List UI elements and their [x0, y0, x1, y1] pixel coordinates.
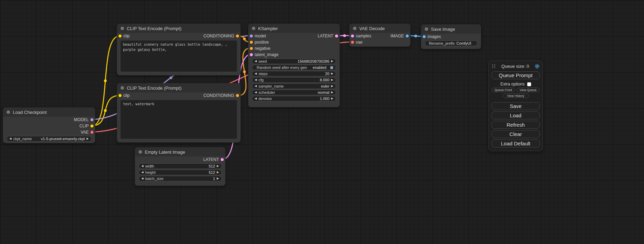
node-title: CLIP Text Encode (Prompt) — [127, 85, 182, 91]
link-midpoint-dot — [170, 76, 173, 79]
node-title-bar[interactable]: Load Checkpoint — [3, 108, 95, 117]
decrement-arrow-icon[interactable]: ◀ — [255, 72, 257, 75]
collapse-dot-icon[interactable] — [252, 27, 255, 30]
output-label-model: MODEL — [74, 117, 89, 122]
widget-name: seed — [258, 59, 267, 63]
widget-steps[interactable]: ◀ steps 20 ▶ — [252, 71, 336, 76]
increment-arrow-icon[interactable]: ▶ — [331, 79, 333, 81]
node-empty-latent-image[interactable]: Empty Latent Image LATENT ◀ width 512 ▶ … — [135, 147, 226, 186]
queue-prompt-button[interactable]: Queue Prompt — [492, 71, 540, 79]
node-ksampler[interactable]: KSampler model LATENT positive negative … — [248, 24, 340, 107]
increment-arrow-icon[interactable]: ▶ — [331, 85, 333, 88]
input-port-vae[interactable] — [351, 41, 354, 44]
decrement-arrow-icon[interactable]: ◀ — [141, 171, 143, 174]
decrement-arrow-icon[interactable]: ◀ — [141, 177, 143, 180]
collapse-dot-icon[interactable] — [139, 150, 142, 154]
input-port-clip[interactable] — [118, 35, 122, 38]
output-port-latent[interactable] — [335, 35, 338, 38]
toggle-dot-icon[interactable] — [330, 66, 333, 69]
increment-arrow-icon[interactable]: ▶ — [87, 137, 89, 140]
node-clip-text-encode-negative[interactable]: CLIP Text Encode (Prompt) clip CONDITION… — [117, 83, 241, 143]
widget-width[interactable]: ◀ width 512 ▶ — [139, 163, 222, 169]
node-save-image[interactable]: Save Image images filename_prefix ComfyU… — [421, 24, 481, 49]
widget-name: ckpt_name — [13, 137, 32, 141]
save-button[interactable]: Save — [492, 102, 540, 110]
collapse-dot-icon[interactable] — [353, 27, 356, 30]
decrement-arrow-icon[interactable]: ◀ — [255, 97, 257, 100]
input-port-positive[interactable] — [250, 41, 253, 44]
node-title-bar[interactable]: CLIP Text Encode (Prompt) — [117, 83, 240, 92]
output-port-latent[interactable] — [221, 158, 224, 161]
node-load-checkpoint[interactable]: Load Checkpoint MODEL CLIP VAE ◀ ckpt_na… — [3, 107, 95, 143]
widget-batch-size[interactable]: ◀ batch_size 1 ▶ — [139, 176, 222, 181]
node-title-bar[interactable]: VAE Decode — [350, 24, 410, 33]
increment-arrow-icon[interactable]: ▶ — [331, 72, 333, 75]
increment-arrow-icon[interactable]: ▶ — [217, 171, 219, 174]
output-port-clip[interactable] — [90, 125, 94, 128]
input-port-images[interactable] — [423, 35, 426, 38]
increment-arrow-icon[interactable]: ▶ — [331, 60, 333, 63]
decrement-arrow-icon[interactable]: ◀ — [9, 137, 11, 140]
collapse-dot-icon[interactable] — [121, 86, 124, 90]
output-port-vae[interactable] — [90, 131, 94, 134]
output-port-conditioning[interactable] — [236, 94, 239, 97]
collapse-dot-icon[interactable] — [121, 27, 124, 30]
increment-arrow-icon[interactable]: ▶ — [331, 91, 333, 94]
decrement-arrow-icon[interactable]: ◀ — [141, 165, 143, 168]
output-port-image[interactable] — [406, 35, 409, 38]
node-title-bar[interactable]: Save Image — [421, 25, 481, 34]
input-label-model: model — [255, 34, 266, 38]
clear-button[interactable]: Clear — [492, 130, 540, 138]
widget-cfg[interactable]: ◀ cfg 8.000 ▶ — [252, 77, 336, 83]
input-port-clip[interactable] — [118, 94, 122, 97]
increment-arrow-icon[interactable]: ▶ — [217, 165, 219, 168]
input-label-vae: vae — [356, 40, 362, 45]
view-queue-button[interactable]: View Queue — [517, 88, 540, 92]
increment-arrow-icon[interactable]: ▶ — [331, 97, 333, 100]
negative-prompt-textarea[interactable]: text, watermark — [121, 100, 237, 139]
widget-sampler-name[interactable]: ◀ sampler_name euler ▶ — [252, 83, 336, 89]
widget-random-seed-toggle[interactable]: Random seed after every gen enabled — [252, 65, 336, 70]
extra-options-label: Extra options — [500, 82, 524, 87]
increment-arrow-icon[interactable]: ▶ — [217, 177, 219, 180]
collapse-dot-icon[interactable] — [425, 27, 428, 31]
widget-height[interactable]: ◀ height 512 ▶ — [139, 170, 222, 175]
input-port-latent-image[interactable] — [250, 53, 253, 56]
link-midpoint-dot — [243, 71, 246, 73]
load-button[interactable]: Load — [492, 111, 540, 119]
settings-gear-icon[interactable] — [535, 64, 540, 69]
output-label-latent: LATENT — [203, 157, 219, 162]
input-port-negative[interactable] — [250, 47, 253, 50]
positive-prompt-textarea[interactable]: beautiful scenery nature glass bottle la… — [121, 40, 237, 72]
decrement-arrow-icon[interactable]: ◀ — [255, 79, 257, 81]
input-port-model[interactable] — [250, 35, 253, 38]
node-title-bar[interactable]: Empty Latent Image — [135, 147, 225, 156]
graph-canvas[interactable]: Load Checkpoint MODEL CLIP VAE ◀ ckpt_na… — [0, 0, 644, 244]
widget-value: euler — [321, 84, 329, 88]
view-history-button[interactable]: View History — [503, 93, 529, 98]
node-vae-decode[interactable]: VAE Decode samples IMAGE vae — [349, 24, 411, 47]
node-clip-text-encode-positive[interactable]: CLIP Text Encode (Prompt) clip CONDITION… — [117, 24, 241, 75]
decrement-arrow-icon[interactable]: ◀ — [255, 60, 257, 63]
decrement-arrow-icon[interactable]: ◀ — [255, 91, 257, 94]
node-title-bar[interactable]: CLIP Text Encode (Prompt) — [117, 24, 240, 33]
collapse-dot-icon[interactable] — [7, 110, 10, 114]
widget-denoise[interactable]: ◀ denoise 1.000 ▶ — [252, 96, 336, 101]
slot-row: samples IMAGE — [350, 33, 410, 39]
extra-options-checkbox[interactable] — [527, 82, 531, 86]
drag-handle-icon[interactable] — [492, 64, 496, 69]
widget-seed[interactable]: ◀ seed 156680208700286 ▶ — [252, 58, 336, 64]
refresh-button[interactable]: Refresh — [492, 121, 540, 129]
widget-scheduler[interactable]: ◀ scheduler normal ▶ — [252, 90, 336, 95]
output-port-conditioning[interactable] — [236, 35, 239, 38]
input-port-samples[interactable] — [351, 35, 354, 38]
output-port-model[interactable] — [90, 118, 94, 121]
load-default-button[interactable]: Load Default — [492, 139, 540, 147]
node-title-bar[interactable]: KSampler — [248, 24, 339, 33]
decrement-arrow-icon[interactable]: ◀ — [255, 85, 257, 88]
output-label-image: IMAGE — [390, 34, 404, 38]
widget-ckpt-name[interactable]: ◀ ckpt_name v1-5-pruned-emaonly.ckpt ▶ — [7, 136, 91, 142]
queue-front-button[interactable]: Queue Front — [492, 88, 515, 92]
widget-filename-prefix[interactable]: filename_prefix ComfyUI — [425, 40, 477, 46]
slot-row: negative — [248, 45, 339, 52]
